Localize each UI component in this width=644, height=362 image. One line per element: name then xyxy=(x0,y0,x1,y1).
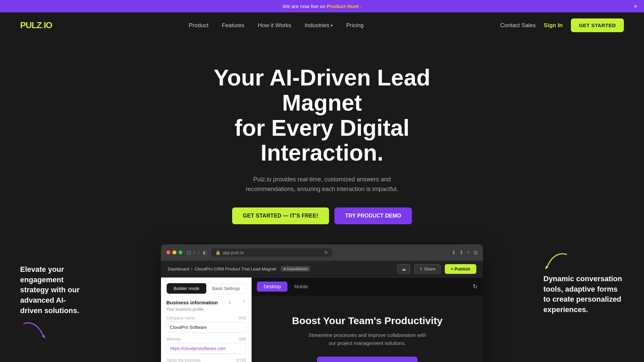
preview-content: Boost Your Team's Productivity Streamlin… xyxy=(252,296,483,362)
refresh-icon[interactable]: ↻ xyxy=(324,250,328,255)
status-badge: ● Unpublished xyxy=(281,266,310,272)
hero-heading: Your AI-Driven Lead Magnet for Every Dig… xyxy=(171,65,473,165)
hero-heading-line2: for Every Digital Interaction. xyxy=(234,115,410,166)
nav-links: Product Features How it Works Industries… xyxy=(189,22,364,29)
close-window-button[interactable] xyxy=(166,250,170,254)
product-demo-button[interactable]: TRY PRODUCT DEMO xyxy=(334,207,412,224)
sidebar-toggle-icon[interactable]: ⊡ xyxy=(186,249,191,256)
try-it-free-button[interactable]: Try It Free xyxy=(317,357,418,362)
address-bar[interactable]: 🔒 app.pulz.io ↻ xyxy=(211,248,332,257)
tab-mobile[interactable]: Mobile xyxy=(287,282,315,292)
announcement-banner: We are now live on Product Hunt . × xyxy=(0,0,644,12)
info-icon: ℹ xyxy=(229,300,231,305)
hero-buttons: GET STARTED — IT'S FREE! TRY PRODUCT DEM… xyxy=(7,207,637,224)
get-started-hero-button[interactable]: GET STARTED — IT'S FREE! xyxy=(232,207,329,224)
section-subtitle: Your business profile xyxy=(166,307,246,312)
hero-subtext: Pulz.io provides real-time, customized a… xyxy=(231,175,413,194)
nav-right: Contact Sales Sign In GET STARTED xyxy=(500,18,624,32)
svg-marker-1 xyxy=(545,266,548,269)
breadcrumb: Dashboard › CloudPro CRM Product Trial L… xyxy=(168,266,310,272)
back-icon[interactable]: ‹ xyxy=(194,249,195,255)
breadcrumb-home[interactable]: Dashboard xyxy=(168,266,189,272)
dot-icon: ● xyxy=(283,267,287,271)
left-callout-text: Elevate your engagement strategy with ou… xyxy=(20,264,87,316)
company-name-input[interactable] xyxy=(166,322,246,333)
banner-close-button[interactable]: × xyxy=(634,3,637,10)
sign-in-link[interactable]: Sign In xyxy=(544,22,563,29)
nav-industries[interactable]: Industries ▾ xyxy=(305,22,333,29)
chevron-down-icon: ▾ xyxy=(331,23,333,28)
preview-desc: Streamline processes and improve collabo… xyxy=(307,331,428,347)
share-button[interactable]: ⇧ Share xyxy=(414,264,441,274)
preview-refresh-icon[interactable]: ↻ xyxy=(473,283,478,290)
product-hunt-link[interactable]: Product Hunt xyxy=(327,3,359,9)
website-input[interactable] xyxy=(166,343,246,354)
right-callout: Dynamic conversation tools, adaptive for… xyxy=(543,251,624,315)
banner-text-after: . xyxy=(360,3,361,9)
download-icon[interactable]: ⬇ xyxy=(451,249,456,256)
left-panel: Builder mode Basic Settings Business inf… xyxy=(161,278,252,362)
browser-window: ⊡ ‹ › ◐ 🔒 app.pulz.io ↻ ⬇ ⬆ + ⊞ Dashboar… xyxy=(161,244,483,362)
about-label: About the business 0/720 xyxy=(166,358,246,362)
main-nav: PULZ.IO Product Features How it Works In… xyxy=(0,12,644,38)
browser-actions: ⬇ ⬆ + ⊞ xyxy=(451,249,478,256)
right-callout-text: Dynamic conversation tools, adaptive for… xyxy=(543,274,624,315)
tabs-icon[interactable]: ⊞ xyxy=(473,249,478,256)
expand-icon[interactable]: ⌃ xyxy=(242,299,246,306)
about-business-field: About the business 0/720 We offer a comp… xyxy=(166,358,246,362)
banner-text-before: We are now live on xyxy=(283,3,327,9)
website-field: Website 0/60 xyxy=(166,337,246,354)
site-logo[interactable]: PULZ.IO xyxy=(20,20,52,31)
forward-icon[interactable]: › xyxy=(198,249,200,255)
tab-basic-settings[interactable]: Basic Settings xyxy=(206,283,246,294)
nav-how-it-works[interactable]: How it Works xyxy=(258,22,291,29)
logo-text: PULZ xyxy=(20,20,42,30)
preview-tabs: Desktop Mobile ↻ xyxy=(252,278,483,296)
browser-content: Builder mode Basic Settings Business inf… xyxy=(161,278,483,362)
section-title: Business information xyxy=(166,300,218,305)
maximize-window-button[interactable] xyxy=(178,250,182,254)
nav-pricing[interactable]: Pricing xyxy=(346,22,364,29)
app-preview-section: Elevate your engagement strategy with ou… xyxy=(0,244,644,362)
cloud-save-button[interactable]: ☁ xyxy=(397,264,410,274)
get-started-nav-button[interactable]: GET STARTED xyxy=(571,18,624,32)
browser-controls: ⊡ ‹ › ◐ xyxy=(186,249,207,256)
right-preview: Desktop Mobile ↻ Boost Your Team's Produ… xyxy=(252,278,483,362)
hero-heading-line1: Your AI-Driven Lead Magnet xyxy=(214,65,430,115)
company-name-field: Company name 0/60 xyxy=(166,316,246,333)
browser-titlebar: ⊡ ‹ › ◐ 🔒 app.pulz.io ↻ ⬇ ⬆ + ⊞ xyxy=(161,244,483,261)
app-toolbar: Dashboard › CloudPro CRM Product Trial L… xyxy=(161,261,483,278)
panel-section-header: Business information ℹ ⌃ xyxy=(166,299,246,306)
tab-desktop[interactable]: Desktop xyxy=(257,282,287,292)
website-label: Website 0/60 xyxy=(166,337,246,342)
company-name-label: Company name 0/60 xyxy=(166,316,246,320)
nav-features[interactable]: Features xyxy=(222,22,244,29)
logo-io: IO xyxy=(44,20,52,30)
contact-sales-link[interactable]: Contact Sales xyxy=(500,22,536,29)
breadcrumb-page: CloudPro CRM Product Trial Lead Magnet xyxy=(195,266,276,272)
hero-section: Your AI-Driven Lead Magnet for Every Dig… xyxy=(0,38,644,244)
new-tab-icon[interactable]: + xyxy=(467,249,470,256)
publish-button[interactable]: + Publish xyxy=(445,264,476,274)
curved-arrow-right-icon xyxy=(543,251,570,271)
lock-icon: 🔒 xyxy=(215,250,221,255)
svg-marker-0 xyxy=(42,335,45,339)
traffic-lights xyxy=(166,250,182,254)
url-text: app.pulz.io xyxy=(223,250,244,255)
tab-builder-mode[interactable]: Builder mode xyxy=(167,283,206,294)
left-callout: Elevate your engagement strategy with ou… xyxy=(20,264,87,342)
toolbar-right: ☁ ⇧ Share + Publish xyxy=(397,264,476,274)
preview-tab-group: Desktop Mobile xyxy=(257,282,315,292)
curved-arrow-left-icon xyxy=(20,320,47,340)
share-icon[interactable]: ⬆ xyxy=(459,249,464,256)
minimize-window-button[interactable] xyxy=(172,250,176,254)
panel-tabs: Builder mode Basic Settings xyxy=(166,283,246,294)
preview-title: Boost Your Team's Productivity xyxy=(292,315,443,326)
breadcrumb-separator: › xyxy=(191,266,193,272)
nav-product[interactable]: Product xyxy=(189,22,209,29)
brightness-icon: ◐ xyxy=(203,249,207,256)
